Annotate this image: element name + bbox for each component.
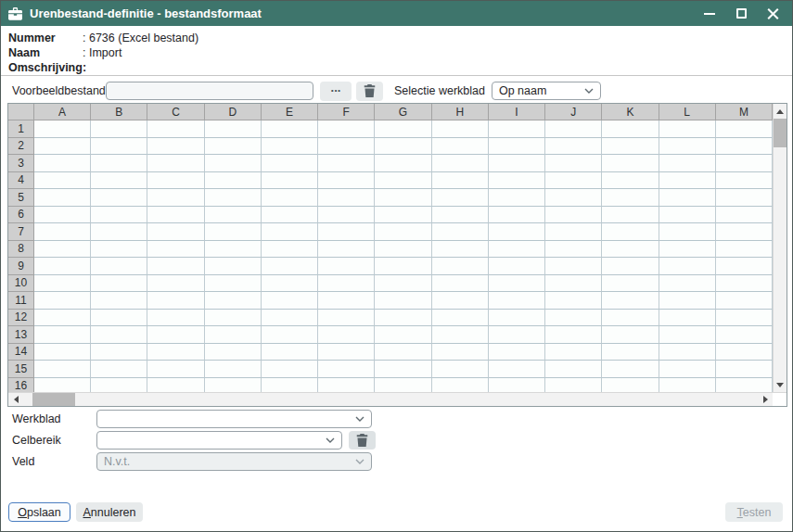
grid-row-header[interactable]: 4 — [8, 172, 34, 190]
grid-cell[interactable] — [489, 275, 545, 293]
grid-cell[interactable] — [602, 120, 659, 138]
grid-cell[interactable] — [432, 361, 489, 378]
grid-cell[interactable] — [318, 378, 375, 393]
grid-cell[interactable] — [375, 241, 431, 259]
grid-cell[interactable] — [375, 120, 431, 138]
grid-cell[interactable] — [659, 292, 716, 310]
grid-column-header[interactable]: G — [375, 104, 431, 120]
grid-cell[interactable] — [91, 378, 147, 393]
grid-cell[interactable] — [716, 172, 773, 190]
grid-cell[interactable] — [318, 189, 375, 207]
voorbeeldbestand-input[interactable] — [106, 82, 313, 100]
grid-cell[interactable] — [318, 172, 375, 190]
grid-cell[interactable] — [659, 326, 716, 344]
grid-cell[interactable] — [34, 310, 91, 327]
grid-column-header[interactable]: J — [545, 104, 602, 120]
grid-cell[interactable] — [34, 361, 91, 378]
grid-cell[interactable] — [432, 292, 489, 310]
grid-cell[interactable] — [432, 155, 489, 172]
maximize-button[interactable] — [731, 4, 751, 24]
grid-cell[interactable] — [262, 223, 318, 241]
grid-cell[interactable] — [375, 223, 431, 241]
cancel-button[interactable]: Annuleren — [76, 502, 143, 522]
grid-row-header[interactable]: 5 — [8, 189, 34, 207]
grid-cell[interactable] — [318, 326, 375, 344]
clear-celbereik-button[interactable] — [349, 431, 376, 450]
close-button[interactable] — [762, 4, 783, 24]
grid-cell[interactable] — [716, 326, 773, 344]
grid-cell[interactable] — [262, 120, 318, 138]
grid-cell[interactable] — [716, 344, 773, 361]
grid-cell[interactable] — [147, 326, 204, 344]
grid-cell[interactable] — [716, 189, 773, 207]
grid-cell[interactable] — [147, 172, 204, 190]
grid-cell[interactable] — [545, 344, 602, 361]
grid-cell[interactable] — [545, 155, 602, 172]
grid-cell[interactable] — [318, 155, 375, 172]
grid-cell[interactable] — [432, 138, 489, 156]
vertical-scroll-thumb[interactable] — [774, 119, 787, 147]
grid-cell[interactable] — [602, 344, 659, 361]
grid-cell[interactable] — [659, 155, 716, 172]
grid-cell[interactable] — [91, 258, 147, 275]
grid-cell[interactable] — [545, 326, 602, 344]
grid-cell[interactable] — [34, 207, 91, 224]
grid-cell[interactable] — [659, 120, 716, 138]
grid-cell[interactable] — [318, 292, 375, 310]
grid-row-header[interactable]: 3 — [8, 155, 34, 172]
grid-cell[interactable] — [545, 207, 602, 224]
grid-cell[interactable] — [432, 258, 489, 275]
grid-cell[interactable] — [205, 326, 262, 344]
grid-cell[interactable] — [318, 344, 375, 361]
grid-cell[interactable] — [34, 155, 91, 172]
grid-cell[interactable] — [545, 258, 602, 275]
grid-column-header[interactable]: D — [205, 104, 262, 120]
grid-row-header[interactable]: 9 — [8, 258, 34, 275]
grid-cell[interactable] — [716, 155, 773, 172]
clear-file-button[interactable] — [356, 82, 383, 101]
grid-cell[interactable] — [545, 189, 602, 207]
grid-corner-cell[interactable] — [8, 104, 34, 120]
grid-cell[interactable] — [602, 155, 659, 172]
browse-button[interactable]: ... — [320, 82, 352, 101]
grid-cell[interactable] — [262, 378, 318, 393]
grid-cell[interactable] — [659, 378, 716, 393]
grid-cell[interactable] — [602, 172, 659, 190]
scroll-left-button[interactable] — [8, 393, 23, 406]
grid-cell[interactable] — [375, 378, 431, 393]
scroll-down-button[interactable] — [774, 377, 787, 392]
grid-cell[interactable] — [375, 258, 431, 275]
grid-cell[interactable] — [716, 258, 773, 275]
grid-cell[interactable] — [91, 189, 147, 207]
grid-cell[interactable] — [262, 326, 318, 344]
grid-cell[interactable] — [545, 292, 602, 310]
grid-cell[interactable] — [262, 207, 318, 224]
grid-cell[interactable] — [318, 361, 375, 378]
grid-column-header[interactable]: F — [318, 104, 375, 120]
save-button[interactable]: Opslaan — [8, 502, 70, 522]
horizontal-scroll-track[interactable] — [75, 393, 758, 406]
grid-cell[interactable] — [602, 275, 659, 293]
grid-cell[interactable] — [432, 378, 489, 393]
grid-cell[interactable] — [262, 361, 318, 378]
grid-cell[interactable] — [375, 361, 431, 378]
grid-cell[interactable] — [205, 189, 262, 207]
grid-cell[interactable] — [489, 172, 545, 190]
grid-cell[interactable] — [545, 275, 602, 293]
grid-cell[interactable] — [262, 155, 318, 172]
grid-cell[interactable] — [545, 361, 602, 378]
grid-row-header[interactable]: 13 — [8, 326, 34, 344]
grid-cell[interactable] — [147, 258, 204, 275]
grid-cell[interactable] — [545, 310, 602, 327]
grid-cell[interactable] — [545, 241, 602, 259]
grid-cell[interactable] — [147, 138, 204, 156]
grid-cell[interactable] — [716, 378, 773, 393]
grid-row-header[interactable]: 2 — [8, 138, 34, 156]
grid-cell[interactable] — [659, 207, 716, 224]
grid-cell[interactable] — [34, 189, 91, 207]
grid-row-header[interactable]: 12 — [8, 310, 34, 327]
grid-cell[interactable] — [262, 310, 318, 327]
grid-cell[interactable] — [716, 138, 773, 156]
grid-cell[interactable] — [545, 378, 602, 393]
grid-cell[interactable] — [205, 120, 262, 138]
